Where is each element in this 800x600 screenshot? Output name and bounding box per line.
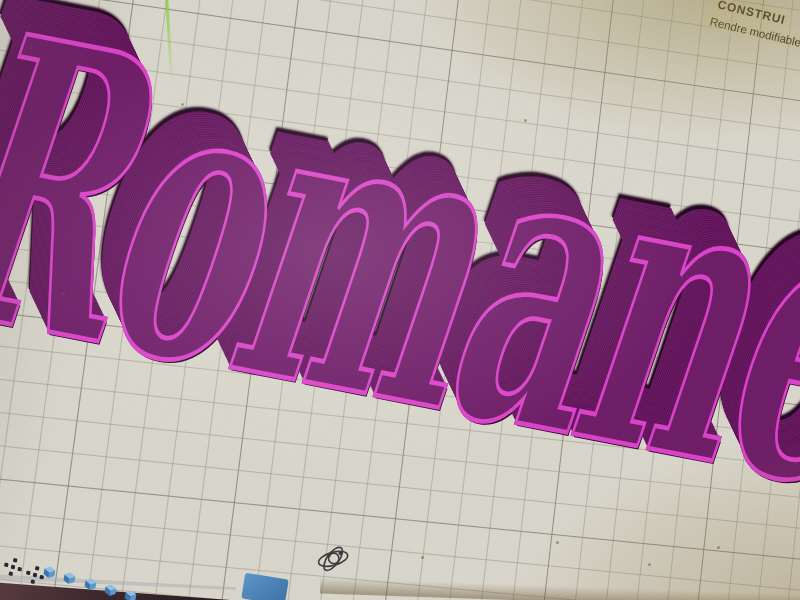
dust-speck (181, 103, 184, 106)
move-cross-icon[interactable] (11, 565, 16, 570)
cad-viewport: Romane CONSTRUI Rendre modifiable (0, 0, 800, 600)
dust-speck (524, 119, 527, 122)
extrude-feature-icon[interactable] (102, 582, 119, 598)
extrude-feature-icon[interactable] (122, 588, 139, 600)
dust-speck (556, 541, 559, 544)
extrude-feature-icon[interactable] (61, 570, 78, 586)
orbit-cursor-icon[interactable] (312, 540, 356, 579)
dust-speck (448, 196, 451, 199)
move-cross-icon[interactable] (33, 573, 38, 578)
extrude-feature-icon[interactable] (82, 576, 99, 592)
dust-speck (717, 546, 720, 549)
dust-speck (62, 292, 65, 295)
dust-speck (421, 556, 424, 559)
extrude-feature-icon[interactable] (41, 564, 58, 580)
dust-speck (648, 563, 651, 566)
